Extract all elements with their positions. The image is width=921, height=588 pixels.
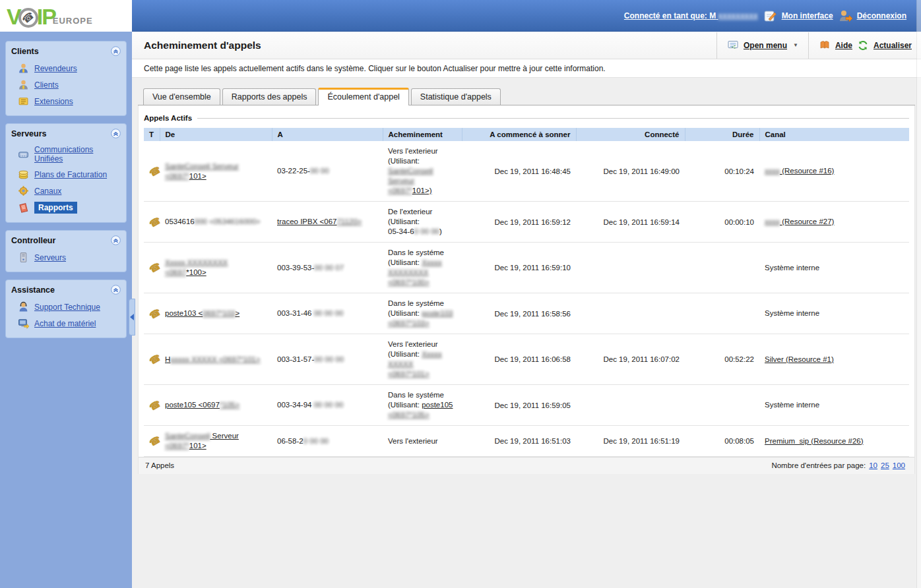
col-header-a: A: [272, 128, 383, 141]
tab-vue-densemble[interactable]: Vue d'ensemble: [143, 88, 220, 105]
sidebar-link-rapports[interactable]: Rapports: [34, 202, 77, 214]
per-page-link-10[interactable]: 10: [869, 461, 877, 469]
cell-text[interactable]: 101>): [412, 187, 432, 194]
active-calls-table: T De A Acheminement A commencé à sonner …: [144, 128, 909, 457]
cell-text[interactable]: 101>: [189, 442, 206, 450]
collapse-clients-button[interactable]: [111, 46, 121, 56]
sidebar-item-achat-de-materiel[interactable]: Achat de matériel: [11, 315, 121, 332]
sidebar-link-clients[interactable]: Clients: [34, 80, 59, 90]
cell-text[interactable]: poste105: [422, 401, 453, 409]
collapse-controlleur-button[interactable]: [111, 235, 121, 245]
phone-call-icon: ☎: [147, 434, 162, 449]
top-header: V ☎ IP EUROPE Connecté en tant que: M xx…: [0, 0, 921, 32]
per-page-link-25[interactable]: 25: [881, 461, 889, 469]
redacted-text[interactable]: Xxxxx: [422, 350, 442, 358]
sidebar-section-clients: Clients Revendeurs Clients Extensions: [5, 41, 127, 116]
deconnexion-link[interactable]: Déconnexion: [857, 11, 906, 20]
redacted-text[interactable]: poste103: [422, 309, 453, 317]
extensions-icon: [18, 96, 29, 107]
from-cell: SanteConseil Serveur<0697*101>: [160, 426, 272, 457]
sidebar-section-controlleur: Controlleur Serveurs: [5, 230, 127, 272]
sidebar-link-plans-de-facturation[interactable]: Plans de Facturation: [34, 170, 107, 179]
cell-text: Système interne: [765, 264, 819, 272]
sidebar-item-canaux[interactable]: Canaux: [11, 183, 121, 199]
cell-text[interactable]: Serveur: [210, 432, 238, 440]
redacted-text[interactable]: XXXXX <0697*101>: [388, 360, 429, 378]
open-menu-button[interactable]: Open menu: [744, 41, 787, 50]
sidebar-link-serveurs[interactable]: Serveurs: [34, 253, 66, 262]
redacted-text[interactable]: XXXXXXXX: [388, 268, 428, 276]
collapse-assistance-button[interactable]: [111, 285, 121, 295]
sidebar-link-achat-de-materiel[interactable]: Achat de matériel: [34, 319, 96, 328]
redacted-text[interactable]: <0697*: [388, 187, 412, 194]
redacted-text[interactable]: <0697*103>: [388, 319, 429, 327]
call-row: ☎SanteConseil Serveur<0697*101>06-58-20 …: [144, 426, 909, 457]
sidebar-item-support-technique[interactable]: Support Technique: [11, 299, 121, 315]
redacted-text[interactable]: <0697*105>: [388, 411, 429, 419]
logo-phone-icon: ☎: [20, 10, 36, 26]
cell-text[interactable]: traceo IPBX <067: [277, 218, 336, 225]
routing-cell: Dans le systéme(Utilisant: poste105<0697…: [383, 385, 462, 426]
redacted-text[interactable]: <0697*: [165, 442, 189, 450]
sidebar-item-rapports[interactable]: Rapports: [11, 199, 121, 216]
redacted-text[interactable]: xxxxx XXXXX <0697*101>: [170, 355, 260, 363]
redacted-text[interactable]: SanteConseil Serveur: [388, 167, 433, 185]
redacted-text[interactable]: <0697*100>: [388, 278, 429, 286]
cell-text[interactable]: (Resource #16): [780, 167, 834, 175]
redacted-text[interactable]: xxxx: [765, 167, 780, 175]
redacted-text[interactable]: 0697*103: [203, 309, 235, 317]
routing-cell: Vers l'exterieur(Utilisant:SanteConseil …: [383, 141, 462, 202]
tab-rapports-des-appels[interactable]: Rapports des appels: [222, 88, 317, 105]
cell-text[interactable]: 101>: [189, 172, 206, 180]
deconnexion-icon: [838, 9, 852, 23]
cell-text[interactable]: (Resource #27): [780, 218, 834, 225]
cell-text: Vers l'exterieur: [388, 147, 438, 155]
call-type-cell: ☎: [144, 426, 160, 457]
sidebar-link-communications-unifiees[interactable]: Communications Unifiées: [34, 145, 121, 163]
sidebar-link-canaux[interactable]: Canaux: [34, 187, 61, 196]
redacted-text[interactable]: SanteConseil: [165, 432, 210, 440]
cell-text[interactable]: >: [235, 309, 239, 317]
cell-text[interactable]: *100>: [186, 268, 206, 276]
mon-interface-link[interactable]: Mon interface: [782, 11, 833, 20]
cell-text: (Utilisant:: [388, 157, 420, 165]
calls-count: 7 Appels: [145, 461, 174, 469]
sidebar-item-clients[interactable]: Clients: [11, 76, 121, 93]
redacted-text[interactable]: *105>: [220, 401, 239, 409]
open-menu-icon: [727, 40, 739, 51]
cell-text: 03-22-25-: [277, 167, 310, 175]
sidebar-link-extensions[interactable]: Extensions: [34, 97, 73, 106]
cell-text: (Utilisant:: [388, 218, 420, 225]
call-type-cell: ☎: [144, 293, 160, 334]
cell-text[interactable]: Silver (Resource #1): [765, 355, 834, 363]
sidebar-item-serveurs[interactable]: Serveurs: [11, 249, 121, 266]
actualiser-button[interactable]: Actualiser: [873, 41, 912, 50]
col-header-duree: Durée: [685, 128, 759, 141]
sidebar-item-plans-de-facturation[interactable]: Plans de Facturation: [11, 166, 121, 183]
scrollbar-track[interactable]: [916, 0, 921, 588]
sidebar-link-revendeurs[interactable]: Revendeurs: [34, 64, 77, 73]
sidebar-item-revendeurs[interactable]: Revendeurs: [11, 60, 121, 76]
sidebar-collapse-handle[interactable]: [129, 299, 135, 336]
cell-text: (Utilisant:: [388, 350, 422, 358]
cell-text[interactable]: poste103 <: [165, 309, 203, 317]
collapse-serveurs-button[interactable]: [111, 129, 121, 138]
sidebar-item-communications-unifiees[interactable]: Communications Unifiées: [11, 142, 121, 166]
redacted-text[interactable]: <0697*: [165, 172, 189, 180]
redacted-text[interactable]: Xxxxx: [422, 258, 442, 266]
redacted-text[interactable]: xxxx: [765, 218, 780, 225]
cell-text[interactable]: Premium_sip (Resource #26): [765, 437, 864, 445]
redacted-text: 00 00 00: [311, 401, 343, 409]
per-page-link-100[interactable]: 100: [893, 461, 905, 469]
sidebar-link-support-technique[interactable]: Support Technique: [34, 303, 100, 312]
redacted-text[interactable]: 71120>: [336, 218, 362, 225]
cell-text[interactable]: poste105 <0697: [165, 401, 220, 409]
tab-ecoulement-dappel[interactable]: Écoulement d'appel: [318, 88, 408, 105]
tab-statistique-dappels[interactable]: Statistique d'appels: [411, 88, 501, 105]
redacted-text[interactable]: SanteConseil Serveur: [165, 162, 239, 170]
col-header-sonner: A commencé à sonner: [462, 128, 576, 141]
sidebar-item-extensions[interactable]: Extensions: [11, 93, 121, 109]
connected-as-link[interactable]: Connecté en tant que: M xxxxxxxxx: [624, 11, 758, 20]
aide-button[interactable]: Aide: [835, 41, 852, 50]
title-bar: Acheminement d'appels Open menu ▼ Aide: [132, 32, 921, 59]
